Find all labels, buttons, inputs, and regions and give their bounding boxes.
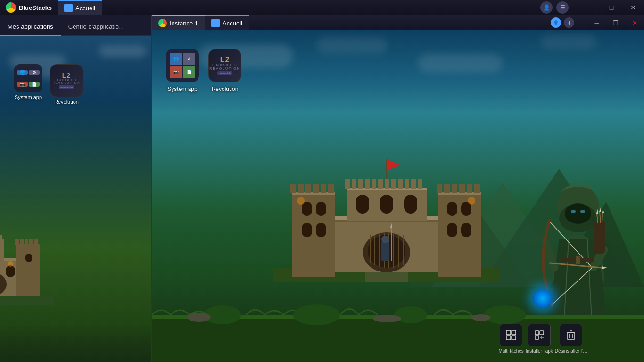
svg-rect-10 [16, 244, 40, 296]
svg-point-127 [472, 314, 491, 321]
svg-rect-66 [467, 184, 472, 193]
inner-cloud-3 [418, 54, 503, 73]
instance-1-tab[interactable]: Instance 1 [152, 15, 205, 30]
svg-rect-12 [20, 239, 24, 245]
svg-rect-53 [321, 184, 326, 193]
left-panel-background: 🌐 ⚙ 📷 📄 System app L2 LINEAGE II [0, 36, 151, 362]
svg-point-126 [373, 315, 401, 322]
bottom-toolbar: Multi tâches [498, 324, 587, 354]
inner-cloud-4 [540, 35, 597, 49]
left-revolution-app-label: Revolution [54, 99, 79, 105]
svg-rect-62 [437, 184, 442, 193]
outer-accueil-tab[interactable]: Accueil [58, 0, 102, 15]
svg-point-21 [8, 261, 13, 267]
inner-accueil-tab-label: Accueil [223, 20, 242, 27]
tab-centre-applications[interactable]: Centre d'applicatio… [61, 18, 132, 35]
inner-notification-area: 👤 ⬇ [551, 15, 574, 30]
inner-titlebar: Instance 1 Accueil 👤 ⬇ ─ ❐ ✕ [152, 15, 644, 30]
inner-download-icon[interactable]: ⬇ [564, 17, 574, 28]
instance-tab-label: Instance 1 [170, 20, 198, 27]
inner-accueil-icon [211, 19, 220, 27]
svg-rect-87 [356, 195, 369, 214]
left-nav-bar: Mes applications Centre d'applicatio… [0, 15, 151, 36]
svg-rect-70 [447, 223, 457, 237]
inner-window-controls: ─ ❐ ✕ [587, 15, 644, 30]
left-instance-panel: Mes applications Centre d'applicatio… [0, 15, 151, 362]
svg-rect-77 [358, 179, 363, 189]
inner-instance-window: Instance 1 Accueil 👤 ⬇ ─ ❐ ✕ [151, 15, 644, 362]
svg-rect-22 [0, 239, 4, 261]
svg-rect-65 [459, 184, 465, 193]
inner-maximize-button[interactable]: ❐ [606, 15, 625, 30]
outer-user-icon[interactable]: 👤 [540, 1, 553, 14]
svg-rect-128 [506, 330, 511, 335]
inner-accueil-tab[interactable]: Accueil [205, 15, 249, 30]
outer-minimize-button[interactable]: ─ [579, 0, 601, 15]
svg-rect-92 [381, 242, 389, 261]
outer-tab-label: Accueil [75, 5, 95, 12]
install-apk-button[interactable]: Installer l'apk [526, 324, 553, 354]
inner-revolution-app-label: Revolution [212, 86, 239, 92]
svg-rect-63 [444, 184, 450, 193]
inner-system-gear-icon: ⚙ [183, 53, 195, 65]
svg-rect-47 [292, 192, 335, 277]
uninstall-app-button[interactable]: Désinstaller l'… [555, 324, 587, 354]
inner-user-icon[interactable]: 👤 [551, 17, 561, 28]
svg-marker-114 [602, 208, 604, 213]
outer-menu-icon[interactable]: ☰ [556, 1, 569, 14]
inner-system-app-item[interactable]: 🌐 ⚙ 📷 📄 System app [166, 49, 199, 92]
svg-rect-84 [405, 179, 409, 189]
cloud-3 [99, 45, 146, 57]
svg-rect-130 [506, 336, 511, 340]
system-icon-camera: 📷 [17, 82, 28, 87]
system-icon-file: 📄 [29, 82, 40, 87]
inner-app-icons-area: 🌐 ⚙ 📷 📄 System app L2 LINEAGE II [166, 49, 241, 92]
svg-rect-67 [474, 184, 480, 193]
svg-rect-15 [34, 239, 38, 245]
uninstall-app-label: Désinstaller l'… [555, 348, 587, 354]
svg-rect-137 [568, 332, 574, 340]
svg-point-59 [297, 197, 305, 205]
inner-close-button[interactable]: ✕ [625, 15, 644, 30]
svg-point-72 [468, 197, 475, 205]
svg-rect-88 [380, 195, 393, 214]
svg-marker-113 [599, 207, 601, 212]
svg-point-121 [204, 305, 241, 324]
svg-point-99 [565, 203, 591, 224]
inner-minimize-button[interactable]: ─ [587, 15, 606, 30]
tab-mes-applications[interactable]: Mes applications [0, 18, 61, 36]
svg-rect-129 [512, 330, 516, 335]
svg-point-124 [484, 305, 526, 324]
svg-rect-60 [438, 192, 481, 277]
left-system-app-label: System app [15, 94, 42, 100]
svg-rect-75 [345, 179, 350, 189]
inner-revolution-app-item[interactable]: L2 LINEAGE II REVOLUTION netmarble Revol… [208, 49, 241, 92]
outer-maximize-button[interactable]: □ [601, 0, 622, 15]
svg-rect-108 [594, 221, 605, 254]
svg-rect-17 [25, 254, 32, 262]
svg-rect-52 [313, 184, 319, 193]
outer-notification-area: 👤 ☰ [540, 1, 569, 14]
svg-rect-50 [298, 184, 304, 193]
inner-content-area: 🌐 ⚙ 📷 📄 System app L2 LINEAGE II [152, 30, 644, 362]
outer-logo[interactable]: BlueStacks [0, 2, 58, 13]
svg-rect-27 [0, 235, 2, 240]
outer-titlebar: BlueStacks Accueil 👤 ☰ ─ □ ✕ [0, 0, 644, 15]
outer-window-controls: ─ □ ✕ [579, 0, 644, 15]
svg-rect-132 [535, 331, 539, 335]
inner-system-globe-icon: 🌐 [170, 53, 182, 65]
outer-close-button[interactable]: ✕ [622, 0, 644, 15]
left-lineage-icon: L2 LINEAGE II REVOLUTION netmarble [50, 64, 83, 97]
svg-rect-54 [328, 184, 334, 193]
svg-rect-0 [0, 296, 54, 305]
left-system-app-item[interactable]: 🌐 ⚙ 📷 📄 System app [14, 64, 42, 100]
install-apk-label: Installer l'apk [526, 348, 553, 354]
svg-rect-56 [316, 202, 326, 216]
svg-marker-91 [387, 159, 401, 171]
svg-rect-55 [302, 202, 312, 216]
left-revolution-app-item[interactable]: L2 LINEAGE II REVOLUTION netmarble Revol… [50, 64, 83, 105]
svg-rect-101 [580, 210, 585, 213]
left-mist-effect [0, 324, 151, 362]
multi-tasks-button[interactable]: Multi tâches [498, 324, 523, 354]
outer-tab-home-icon [64, 4, 73, 12]
